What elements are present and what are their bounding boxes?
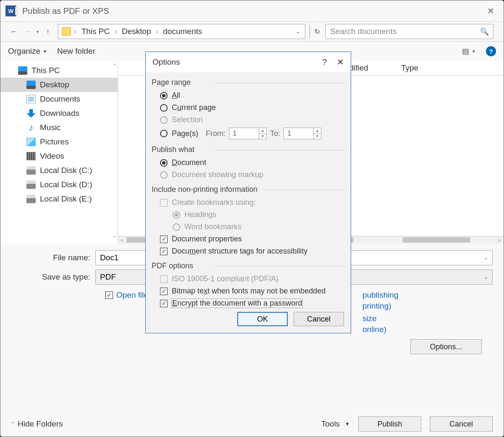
options-button[interactable]: Options... xyxy=(410,339,482,354)
downloads-icon xyxy=(26,109,36,118)
radio-icon xyxy=(160,104,168,112)
breadcrumb-this-pc[interactable]: This PC xyxy=(80,26,112,37)
dialog-help-button[interactable]: ? xyxy=(322,58,327,67)
breadcrumb-documents[interactable]: documents xyxy=(161,26,204,37)
optimize-minimum-2: online) xyxy=(362,325,493,334)
column-type[interactable]: Type xyxy=(401,63,498,73)
optimize-standard[interactable]: publishing xyxy=(362,290,493,300)
view-mode-button[interactable]: ▤ ▼ xyxy=(462,47,476,56)
check-doc-properties[interactable]: ✓Document properties xyxy=(152,233,345,245)
dialog-cancel-button[interactable]: Cancel xyxy=(294,312,344,326)
address-dropdown[interactable]: ⌄ xyxy=(294,27,302,36)
publish-button[interactable]: Publish xyxy=(358,416,421,432)
address-bar[interactable]: › This PC › Desktop › documents ⌄ xyxy=(58,24,305,39)
disk-icon xyxy=(26,195,36,203)
help-button[interactable]: ? xyxy=(486,46,496,56)
radio-icon xyxy=(160,130,168,137)
check-bookmarks: Create bookmarks using: xyxy=(152,196,345,209)
hide-folders-button[interactable]: ˄ Hide Folders xyxy=(11,419,63,429)
radio-all[interactable]: All xyxy=(152,89,345,102)
sidebar-item-documents[interactable]: Documents xyxy=(0,92,118,106)
save-dialog-window: W Publish as PDF or XPS ✕ ← → ▾ ↑ › This… xyxy=(0,0,504,437)
from-label: From: xyxy=(206,129,226,138)
checkbox-icon: ✓ xyxy=(160,300,168,307)
scroll-down-icon[interactable]: ˅ xyxy=(113,236,116,241)
dialog-title: Options xyxy=(152,58,180,67)
pc-icon xyxy=(18,66,27,75)
ok-button[interactable]: OK xyxy=(237,312,288,326)
spin-up-icon[interactable]: ▲ xyxy=(314,128,321,134)
new-folder-button[interactable]: New folder xyxy=(57,47,95,56)
chevron-right-icon[interactable]: › xyxy=(156,28,158,35)
spin-up-icon[interactable]: ▲ xyxy=(259,128,266,134)
cancel-button[interactable]: Cancel xyxy=(430,416,493,432)
sidebar-item-desktop[interactable]: Desktop xyxy=(0,78,118,92)
search-placeholder: Search documents xyxy=(330,27,396,36)
music-icon: ♪ xyxy=(26,123,36,132)
radio-word-bookmarks: Word bookmarks xyxy=(152,221,345,233)
sidebar: ˄ This PC Desktop Documents Downloads ♪M… xyxy=(0,61,118,243)
breadcrumb-desktop[interactable]: Desktop xyxy=(120,26,153,37)
sidebar-item-music[interactable]: ♪Music xyxy=(0,120,118,135)
refresh-button[interactable]: ↻ xyxy=(310,24,324,39)
radio-icon xyxy=(160,116,168,124)
filename-label: File name: xyxy=(11,253,95,262)
optimize-standard-2: printing) xyxy=(362,301,493,311)
scroll-right-icon[interactable]: › xyxy=(495,236,504,243)
chevron-down-icon: ▼ xyxy=(472,49,476,54)
chevron-right-icon[interactable]: › xyxy=(74,28,76,35)
up-button[interactable]: ↑ xyxy=(42,26,54,37)
sidebar-item-videos[interactable]: Videos xyxy=(0,149,118,163)
chevron-up-icon: ˄ xyxy=(11,421,14,427)
radio-document[interactable]: Document xyxy=(152,157,345,169)
check-encrypt[interactable]: ✓Encrypt the document with a password xyxy=(152,297,345,309)
sidebar-item-this-pc[interactable]: This PC xyxy=(0,63,118,78)
spin-down-icon[interactable]: ▼ xyxy=(259,134,266,139)
disk-icon xyxy=(26,166,36,175)
chevron-down-icon[interactable]: ⌄ xyxy=(484,255,488,261)
open-after-checkbox[interactable]: ✓ xyxy=(105,291,113,299)
radio-current-page[interactable]: Current page xyxy=(152,102,345,114)
dialog-body: Page range All Current page Selection Pa… xyxy=(146,72,351,333)
sidebar-item-disk-d[interactable]: Local Disk (D:) xyxy=(0,178,118,192)
chevron-right-icon[interactable]: › xyxy=(115,28,117,35)
videos-icon xyxy=(26,152,36,160)
check-bitmap-text[interactable]: ✓Bitmap text when fonts may not be embed… xyxy=(152,285,345,297)
close-icon[interactable]: ✕ xyxy=(483,3,499,18)
checkbox-icon: ✓ xyxy=(160,288,168,295)
sidebar-item-disk-e[interactable]: Local Disk (E:) xyxy=(0,192,118,206)
tools-dropdown[interactable]: Tools ▼ xyxy=(321,419,350,429)
desktop-icon xyxy=(26,81,36,89)
checkbox-icon xyxy=(160,275,168,283)
chevron-down-icon[interactable]: ⌄ xyxy=(484,274,488,280)
dialog-close-button[interactable]: ✕ xyxy=(337,57,344,67)
checkbox-icon xyxy=(160,199,168,207)
radio-icon xyxy=(173,223,180,231)
history-dropdown[interactable]: ▾ xyxy=(37,29,39,34)
radio-document-markup: Document showing markup xyxy=(152,169,345,181)
check-structure-tags[interactable]: ✓Document structure tags for accessibili… xyxy=(152,245,345,257)
organize-button[interactable]: Organize ▼ xyxy=(8,47,47,56)
sidebar-item-disk-c[interactable]: Local Disk (C:) xyxy=(0,163,118,178)
sidebar-item-downloads[interactable]: Downloads xyxy=(0,106,118,120)
back-button[interactable]: ← xyxy=(8,26,20,37)
disk-icon xyxy=(26,181,36,189)
radio-icon xyxy=(160,159,168,167)
radio-selection: Selection xyxy=(152,114,345,126)
window-title: Publish as PDF or XPS xyxy=(22,6,109,16)
sidebar-item-pictures[interactable]: Pictures xyxy=(0,135,118,149)
to-input[interactable]: 1▲▼ xyxy=(284,128,321,139)
radio-icon xyxy=(160,171,168,179)
scroll-left-icon[interactable]: ‹ xyxy=(118,236,126,243)
view-icon: ▤ xyxy=(462,47,469,56)
search-input[interactable]: Search documents 🔍 xyxy=(326,24,494,39)
scrollbar-thumb[interactable] xyxy=(403,237,470,243)
optimize-minimum[interactable]: size xyxy=(362,314,493,323)
scroll-up-icon[interactable]: ˄ xyxy=(113,63,116,69)
radio-pages[interactable]: Page(s) From: 1▲▼ To: 1▲▼ xyxy=(152,126,345,141)
options-dialog: Options ? ✕ Page range All Current page … xyxy=(145,52,351,333)
from-input[interactable]: 1▲▼ xyxy=(229,128,267,139)
documents-icon xyxy=(26,95,36,103)
spin-down-icon[interactable]: ▼ xyxy=(314,134,321,139)
search-icon[interactable]: 🔍 xyxy=(480,27,489,36)
